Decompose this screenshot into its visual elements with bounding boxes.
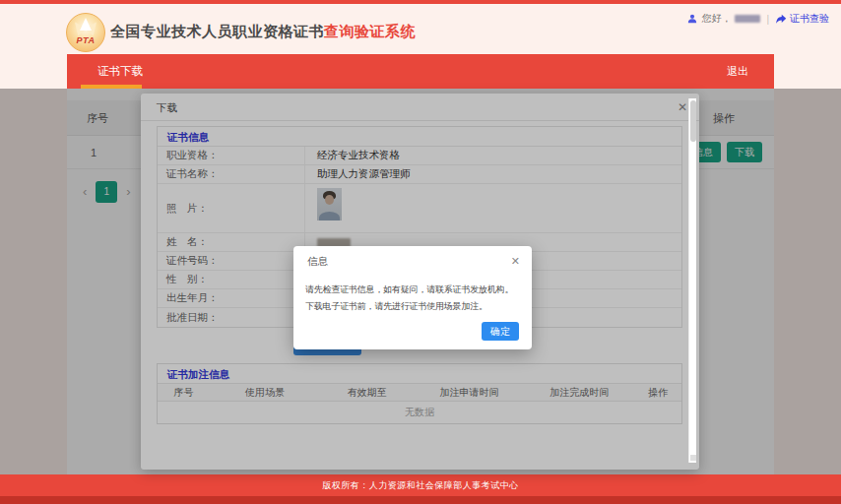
page-footer: 版权所有：人力资源和社会保障部人事考试中心 — [0, 474, 841, 496]
confirm-button[interactable]: 确定 — [482, 322, 519, 341]
page-title: 全国专业技术人员职业资格证书查询验证系统 — [110, 23, 416, 41]
user-divider: | — [766, 14, 769, 25]
content-area: 序号 操作 1 证书信息 下载 ‹ 1 › 下载 ✕ — [0, 89, 841, 474]
info-modal-message: 请先检查证书信息，如有疑问，请联系证书发放机构。 下载电子证书前，请先进行证书使… — [293, 272, 532, 315]
user-name-redacted — [735, 15, 760, 23]
modal-scrollbar-arrow[interactable] — [690, 455, 696, 461]
user-bar: 您好， | 证书查验 — [687, 12, 829, 26]
modal-scrollbar-thumb[interactable] — [690, 100, 696, 142]
info-message-line1: 请先检查证书信息，如有疑问，请联系证书发放机构。 — [305, 282, 520, 298]
info-modal-close-icon[interactable]: ✕ — [511, 246, 520, 276]
page-title-accent: 查询验证系统 — [324, 23, 416, 39]
logo-text: PTA — [67, 35, 104, 45]
greeting-text: 您好， — [701, 12, 731, 26]
copyright-text: 版权所有：人力资源和社会保障部人事考试中心 — [322, 480, 519, 490]
page-header: PTA 全国专业技术人员职业资格证书查询验证系统 您好， | 证书查验 — [0, 4, 841, 54]
bottom-red-strip — [0, 496, 841, 504]
modal-scrollbar-track — [688, 98, 696, 463]
info-modal-title: 信息 — [307, 246, 328, 276]
app-screen: PTA 全国专业技术人员职业资格证书查询验证系统 您好， | 证书查验 证书下载… — [0, 0, 841, 504]
pta-logo-icon: PTA — [66, 13, 105, 52]
tab-cert-download[interactable]: 证书下载 — [81, 54, 160, 89]
info-modal: 信息 ✕ 请先检查证书信息，如有疑问，请联系证书发放机构。 下载电子证书前，请先… — [293, 246, 532, 349]
info-modal-header: 信息 ✕ — [293, 246, 532, 272]
cert-verify-link-label: 证书查验 — [790, 12, 829, 26]
main-nav: 证书下载 退出 — [67, 54, 774, 89]
logout-button[interactable]: 退出 — [727, 54, 748, 89]
logo-petal — [80, 18, 92, 31]
share-arrow-icon — [775, 14, 787, 25]
user-icon — [687, 14, 697, 24]
page-title-main: 全国专业技术人员职业资格证书 — [110, 23, 324, 39]
info-message-line2: 下载电子证书前，请先进行证书使用场景加注。 — [305, 298, 520, 315]
cert-verify-link[interactable]: 证书查验 — [775, 12, 829, 26]
